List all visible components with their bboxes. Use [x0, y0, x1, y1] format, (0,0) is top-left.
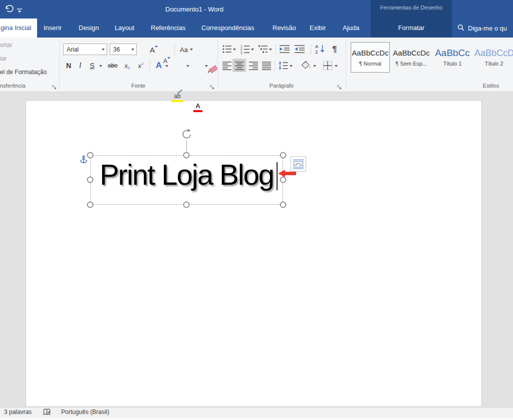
proofing-book-icon[interactable]	[43, 408, 51, 418]
window-title: Documento1 - Word	[165, 0, 223, 19]
handle-bottom-left[interactable]	[87, 202, 94, 208]
shading-bucket-icon[interactable]	[301, 60, 312, 73]
superscript-button[interactable]: x2	[135, 60, 146, 71]
decrease-indent-icon[interactable]	[279, 44, 290, 56]
bullets-icon[interactable]	[222, 44, 232, 56]
tab-exibir[interactable]: Exibir	[310, 19, 326, 38]
font-color-button[interactable]: A	[193, 102, 202, 112]
svg-text:Z: Z	[315, 50, 318, 55]
tab-revisao[interactable]: Revisão	[273, 19, 296, 38]
handle-top-center[interactable]	[183, 152, 190, 159]
grow-font-button[interactable]: A	[147, 44, 158, 55]
text-effects-chevron-icon[interactable]	[165, 65, 168, 67]
bold-button[interactable]: N	[64, 60, 73, 71]
tab-layout[interactable]: Layout	[115, 19, 134, 38]
tab-referencias[interactable]: Referências	[151, 19, 185, 38]
numbering-icon[interactable]: 1 2 3	[240, 44, 250, 56]
style-card-normal[interactable]: AaBbCcDc ¶ Normal	[351, 42, 390, 73]
font-color-chevron-icon[interactable]	[205, 65, 208, 67]
highlight-color-bar	[171, 100, 183, 102]
language-indicator[interactable]: Português (Brasil)	[61, 407, 109, 417]
tell-me-search[interactable]: Diga-me o qu	[457, 19, 507, 38]
format-painter-button[interactable]: el de Formatação	[0, 69, 47, 76]
clipboard-dialog-launcher-icon[interactable]	[52, 83, 57, 92]
multilevel-chevron-icon[interactable]	[269, 49, 272, 51]
borders-chevron-icon[interactable]	[335, 65, 338, 67]
clipboard-copy-button[interactable]: iar	[0, 55, 7, 62]
justify-icon[interactable]	[262, 61, 272, 73]
chevron-down-icon	[131, 49, 134, 51]
chevron-down-icon	[190, 49, 193, 51]
handle-top-left[interactable]	[87, 152, 94, 159]
quick-access-customize-icon[interactable]	[17, 7, 22, 16]
group-separator	[217, 40, 218, 88]
underline-button[interactable]: S	[88, 60, 96, 71]
separator	[174, 44, 175, 55]
underline-chevron-icon[interactable]	[99, 65, 102, 67]
styles-group-label: Estilos	[471, 83, 511, 89]
tab-ajuda[interactable]: Ajuda	[343, 19, 359, 38]
paragraph-group-label: Parágrafo	[217, 83, 346, 89]
tab-pagina-inicial[interactable]: gina Inicial	[0, 19, 37, 38]
text-effects-button[interactable]: A	[153, 60, 164, 71]
word-count[interactable]: 3 palavras	[4, 407, 32, 417]
handle-bottom-right[interactable]	[280, 202, 287, 208]
shading-chevron-icon[interactable]	[313, 65, 316, 67]
multilevel-list-icon[interactable]	[258, 44, 268, 56]
line-spacing-chevron-icon[interactable]	[290, 65, 293, 67]
tab-correspondencias[interactable]: Correspondências	[201, 19, 254, 38]
search-icon	[457, 24, 464, 33]
separator	[149, 60, 150, 71]
handle-top-right[interactable]	[280, 152, 287, 159]
handle-middle-left[interactable]	[87, 177, 94, 183]
align-center-icon	[234, 61, 244, 71]
text-cursor	[277, 162, 278, 190]
document-page[interactable]	[26, 100, 482, 407]
tab-design[interactable]: Design	[79, 19, 99, 38]
align-right-icon[interactable]	[248, 61, 259, 73]
change-case-button[interactable]: Aa	[178, 44, 194, 55]
separator	[275, 61, 275, 72]
undo-icon[interactable]	[5, 5, 14, 16]
caret-up-icon	[155, 45, 158, 47]
borders-icon[interactable]	[323, 61, 333, 73]
highlight-color-button[interactable]: ab	[171, 92, 183, 102]
pilcrow-icon[interactable]: ¶	[330, 44, 340, 55]
subscript-button[interactable]: x2	[122, 60, 133, 71]
style-card-titulo-1[interactable]: AaBbCc Título 1	[433, 42, 472, 73]
bullets-chevron-icon[interactable]	[233, 49, 236, 51]
group-separator	[59, 40, 60, 88]
tab-inserir[interactable]: Inserir	[44, 19, 62, 38]
contextual-tools-header: Ferramentas de Desenho	[371, 5, 452, 11]
style-card-sem-espacamento[interactable]: AaBbCcDc ¶ Sem Esp...	[392, 42, 431, 73]
sort-icon[interactable]: A Z	[315, 44, 326, 57]
font-dialog-launcher-icon[interactable]	[210, 83, 215, 92]
font-color-bar	[193, 110, 202, 112]
rotate-handle-icon[interactable]	[181, 128, 193, 142]
word-window: Documento1 - Word Ferramentas de Desenho…	[0, 0, 513, 420]
align-left-icon[interactable]	[222, 61, 232, 73]
textbox-text[interactable]: Print Loja Blog	[91, 159, 283, 190]
rotate-handle-stem	[186, 140, 187, 153]
numbering-chevron-icon[interactable]	[251, 49, 254, 51]
increase-indent-icon[interactable]	[294, 44, 305, 56]
paragraph-dialog-launcher-icon[interactable]	[337, 83, 342, 92]
separator	[276, 44, 276, 55]
annotation-arrow-icon	[278, 170, 296, 179]
font-family-combobox[interactable]: Arial	[63, 44, 107, 55]
tab-formatar[interactable]: Formatar	[371, 24, 452, 32]
line-spacing-icon[interactable]	[278, 61, 288, 73]
handle-bottom-center[interactable]	[183, 202, 190, 208]
font-size-combobox[interactable]: 36	[110, 44, 137, 55]
style-card-titulo-2[interactable]: AaBbCcD Título 2	[474, 42, 513, 73]
italic-button[interactable]: I	[76, 60, 84, 71]
svg-text:A: A	[315, 44, 319, 49]
chevron-down-icon	[102, 49, 105, 51]
align-center-button-selected[interactable]	[232, 59, 246, 72]
highlight-chevron-icon[interactable]	[186, 65, 189, 67]
caret-down-icon	[167, 57, 170, 59]
anchor-icon	[80, 155, 88, 166]
clipboard-cut-button[interactable]: ortar	[0, 42, 13, 49]
strikethrough-button[interactable]: abe	[106, 60, 119, 71]
group-separator	[346, 40, 346, 88]
